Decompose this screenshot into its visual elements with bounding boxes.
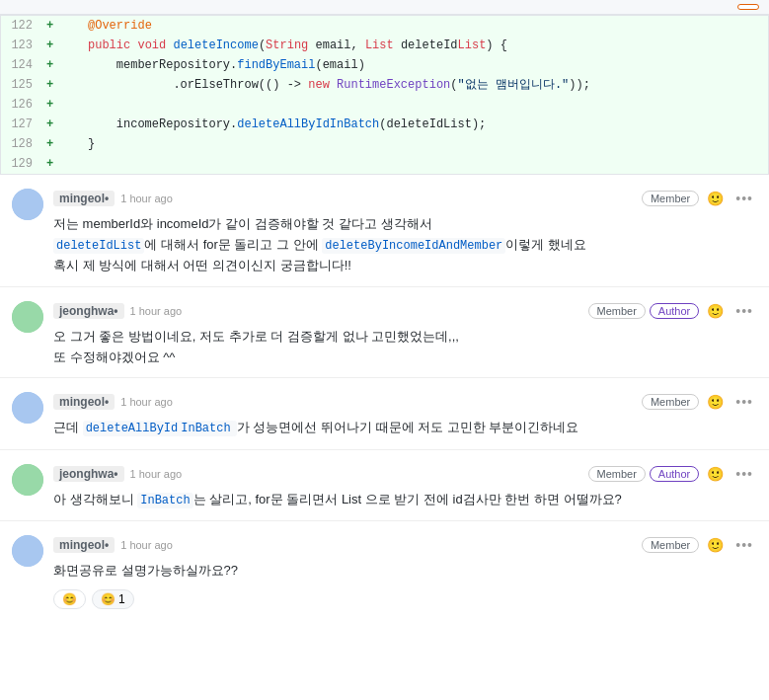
line-plus: + bbox=[40, 154, 59, 174]
reaction-count-button[interactable]: 😊1 bbox=[92, 589, 134, 609]
comment-body: 근데 deleteAllByIdInBatch가 성능면에선 뛰어나기 때문에 … bbox=[53, 418, 757, 438]
comment-author-name: mingeol• bbox=[53, 537, 115, 553]
line-plus: + bbox=[40, 134, 59, 154]
reaction-count: 1 bbox=[118, 592, 125, 606]
comment-author-name: mingeol• bbox=[53, 191, 115, 206]
avatar bbox=[12, 392, 43, 424]
line-number: 126 bbox=[1, 95, 40, 115]
comment-block: jeonghwa•1 hour agoMemberAuthor🙂•••아 생각해… bbox=[0, 450, 769, 521]
comment-block: jeonghwa•1 hour agoMemberAuthor🙂•••오 그거 … bbox=[0, 287, 769, 379]
code-line: 129+ bbox=[1, 154, 768, 174]
emoji-reaction-button[interactable]: 🙂 bbox=[703, 464, 728, 484]
avatar bbox=[12, 464, 43, 496]
comment-header: jeonghwa•1 hour agoMemberAuthor🙂••• bbox=[53, 464, 757, 484]
line-code: incomeRepository.deleteAllByIdInBatch(de… bbox=[59, 115, 768, 134]
reaction-add-button[interactable]: 😊 bbox=[53, 589, 86, 609]
avatar bbox=[12, 301, 43, 333]
comment-line: 오 그거 좋은 방법이네요, 저도 추가로 더 검증할게 없나 고민했었는데,,… bbox=[53, 327, 757, 348]
badge-member: Member bbox=[588, 466, 646, 482]
comment-header: mingeol•1 hour agoMember🙂••• bbox=[53, 535, 757, 555]
comment-block: mingeol•1 hour agoMember🙂•••저는 memberId와… bbox=[0, 175, 769, 287]
comment-time: 1 hour ago bbox=[120, 539, 173, 551]
comment-header: mingeol•1 hour agoMember🙂••• bbox=[53, 189, 757, 208]
comments-section: mingeol•1 hour agoMember🙂•••저는 memberId와… bbox=[0, 175, 769, 619]
line-plus: + bbox=[40, 36, 59, 55]
more-options-button[interactable]: ••• bbox=[731, 464, 757, 484]
line-number: 129 bbox=[1, 154, 40, 174]
comment-actions: MemberAuthor🙂••• bbox=[588, 464, 757, 484]
comment-meta: jeonghwa•1 hour ago bbox=[53, 303, 182, 319]
reaction-emoji: 😊 bbox=[101, 592, 115, 606]
badge-member: Member bbox=[642, 537, 699, 553]
avatar bbox=[12, 535, 43, 567]
comment-meta: mingeol•1 hour ago bbox=[53, 191, 173, 206]
code-line: 122+ @Override bbox=[1, 16, 768, 36]
comment-body: 저는 memberId와 incomeId가 같이 검증해야할 것 같다고 생각… bbox=[53, 214, 757, 276]
line-number: 127 bbox=[1, 115, 40, 134]
avatar bbox=[12, 189, 43, 220]
line-plus: + bbox=[40, 95, 59, 115]
line-number: 124 bbox=[1, 55, 40, 75]
line-number: 122 bbox=[1, 16, 40, 36]
comment-actions: Member🙂••• bbox=[642, 535, 757, 555]
comment-block: mingeol•1 hour agoMember🙂•••화면공유로 설명가능하실… bbox=[0, 521, 769, 619]
emoji-reaction-button[interactable]: 🙂 bbox=[703, 301, 728, 321]
comment-actions: MemberAuthor🙂••• bbox=[588, 301, 757, 321]
comment-header: mingeol•1 hour agoMember🙂••• bbox=[53, 392, 757, 412]
line-plus: + bbox=[40, 55, 59, 75]
comment-meta: mingeol•1 hour ago bbox=[53, 537, 173, 553]
comment-content: mingeol•1 hour agoMember🙂•••근데 deleteAll… bbox=[53, 392, 757, 438]
comment-content: jeonghwa•1 hour agoMemberAuthor🙂•••아 생각해… bbox=[53, 464, 757, 510]
more-options-button[interactable]: ••• bbox=[731, 392, 757, 412]
comment-block: mingeol•1 hour agoMember🙂•••근데 deleteAll… bbox=[0, 378, 769, 449]
comment-author-name: jeonghwa• bbox=[53, 303, 124, 319]
comment-line: 저는 memberId와 incomeId가 같이 검증해야할 것 같다고 생각… bbox=[53, 214, 757, 235]
comment-time: 1 hour ago bbox=[130, 468, 183, 480]
badge-member: Member bbox=[642, 191, 699, 206]
code-line: 124+ memberRepository.findByEmail(email) bbox=[1, 55, 768, 75]
line-plus: + bbox=[40, 75, 59, 95]
line-plus: + bbox=[40, 115, 59, 134]
comment-meta: mingeol•1 hour ago bbox=[53, 394, 173, 410]
comment-time: 1 hour ago bbox=[130, 305, 183, 317]
badge-member: Member bbox=[642, 394, 699, 410]
comment-reactions: 😊😊1 bbox=[53, 589, 757, 609]
emoji-reaction-button[interactable]: 🙂 bbox=[703, 189, 728, 208]
comment-meta: jeonghwa•1 hour ago bbox=[53, 466, 182, 482]
badge-member: Member bbox=[588, 303, 646, 319]
comment-content: mingeol•1 hour agoMember🙂•••화면공유로 설명가능하실… bbox=[53, 535, 757, 609]
line-number: 123 bbox=[1, 36, 40, 55]
line-code: memberRepository.findByEmail(email) bbox=[59, 55, 768, 75]
code-block: 122+ @Override123+ public void deleteInc… bbox=[0, 15, 769, 175]
badge-author: Author bbox=[650, 303, 699, 319]
comment-body: 아 생각해보니 InBatch는 살리고, for문 돌리면서 List 으로 … bbox=[53, 490, 757, 510]
line-number: 125 bbox=[1, 75, 40, 95]
comment-body: 화면공유로 설명가능하실까요?? bbox=[53, 561, 757, 582]
comment-line: 또 수정해야겠어요 ^^ bbox=[53, 348, 757, 368]
comment-line: 화면공유로 설명가능하실까요?? bbox=[53, 561, 757, 582]
comment-actions: Member🙂••• bbox=[642, 189, 757, 208]
outdated-badge bbox=[737, 4, 759, 10]
more-options-button[interactable]: ••• bbox=[731, 301, 757, 321]
comment-author-name: mingeol• bbox=[53, 394, 115, 410]
comment-line: deleteIdList에 대해서 for문 돌리고 그 안에 deleteBy… bbox=[53, 235, 757, 256]
comment-header: jeonghwa•1 hour agoMemberAuthor🙂••• bbox=[53, 301, 757, 321]
emoji-reaction-button[interactable]: 🙂 bbox=[703, 392, 728, 412]
line-code: @Override bbox=[59, 16, 768, 36]
code-line: 127+ incomeRepository.deleteAllByIdInBat… bbox=[1, 115, 768, 134]
emoji-reaction-button[interactable]: 🙂 bbox=[703, 535, 728, 555]
more-options-button[interactable]: ••• bbox=[731, 535, 757, 555]
comment-author-name: jeonghwa• bbox=[53, 466, 124, 482]
code-line: 123+ public void deleteIncome(String ema… bbox=[1, 36, 768, 55]
line-plus: + bbox=[40, 16, 59, 36]
comment-line: 혹시 제 방식에 대해서 어떤 의견이신지 궁금합니다!! bbox=[53, 256, 757, 276]
comment-content: jeonghwa•1 hour agoMemberAuthor🙂•••오 그거 … bbox=[53, 301, 757, 368]
line-code: } bbox=[59, 134, 768, 154]
code-line: 128+ } bbox=[1, 134, 768, 154]
file-header bbox=[0, 0, 769, 15]
comment-body: 오 그거 좋은 방법이네요, 저도 추가로 더 검증할게 없나 고민했었는데,,… bbox=[53, 327, 757, 368]
line-code: .orElseThrow(() -> new RuntimeException(… bbox=[59, 75, 768, 95]
comment-line: 아 생각해보니 InBatch는 살리고, for문 돌리면서 List 으로 … bbox=[53, 490, 757, 510]
comment-actions: Member🙂••• bbox=[642, 392, 757, 412]
more-options-button[interactable]: ••• bbox=[731, 189, 757, 208]
